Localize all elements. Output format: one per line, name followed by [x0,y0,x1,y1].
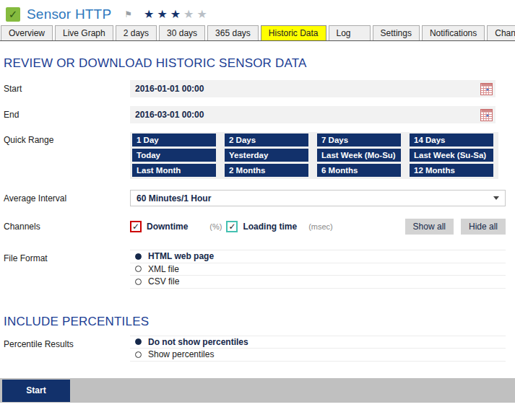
channels-label: Channels [4,218,130,235]
percentile-results-label: Percentile Results [4,336,130,362]
radio-unselected-icon [135,351,142,358]
sensor-header: ✓ Sensor HTTP ⚑ ★★★★★ [0,0,515,24]
end-label: End [4,106,130,123]
radio-selected-icon [135,253,142,260]
average-interval-label: Average Interval [4,190,130,206]
quick-range-last-week-mo-su-button[interactable]: Last Week (Mo-Su) [317,149,401,162]
downtime-channel-unit: (%) [209,222,222,231]
tab-live-graph[interactable]: Live Graph [55,25,113,40]
percentile-option-label: Show percentiles [148,349,214,359]
file-format-option-csv[interactable]: CSV file [130,276,506,289]
downtime-checkbox[interactable]: ✓ [130,221,142,232]
quick-range-last-week-su-sa-button[interactable]: Last Week (Su-Sa) [410,149,493,162]
tab-log[interactable]: Log [329,25,371,40]
percentile-option-label: Do not show percentiles [148,337,248,347]
radio-selected-icon [135,338,142,345]
end-date-row: End 2016-03-01 00:00 [4,106,506,123]
average-interval-row: Average Interval 60 Minutes/1 Hour [4,190,506,206]
star-icon[interactable]: ★ [157,8,170,20]
quick-range-7-days-button[interactable]: 7 Days [317,134,401,146]
hide-all-button[interactable]: Hide all [461,219,506,235]
tab-overview[interactable]: Overview [1,25,53,40]
quick-range-label: Quick Range [4,132,130,179]
calendar-icon[interactable] [480,109,493,121]
tab-bar: Overview Live Graph 2 days 30 days 365 d… [0,24,515,41]
quick-range-14-days-button[interactable]: 14 Days [410,134,493,146]
average-interval-value: 60 Minutes/1 Hour [137,193,493,204]
section-title-historic: REVIEW OR DOWNLOAD HISTORIC SENSOR DATA [4,56,506,71]
quick-range-today-button[interactable]: Today [132,149,216,162]
sensor-status-ok-icon: ✓ [6,7,20,22]
bottom-action-bar: Start [0,378,515,403]
quick-range-last-month-button[interactable]: Last Month [132,164,216,177]
tab-settings[interactable]: Settings [373,25,420,40]
percentile-results-row: Percentile Results Do not show percentil… [4,336,506,362]
tab-365-days[interactable]: 365 days [207,25,259,40]
quick-range-6-months-button[interactable]: 6 Months [317,164,401,177]
quick-range-yesterday-button[interactable]: Yesterday [225,149,308,162]
star-icon[interactable]: ★ [196,8,209,20]
start-date-value: 2016-01-01 00:00 [135,84,480,94]
chevron-down-icon [493,196,499,200]
start-label: Start [4,80,130,97]
loading-time-channel-unit: (msec) [308,222,333,231]
loading-time-checkbox[interactable]: ✓ [226,221,238,232]
section-title-percentiles: INCLUDE PERCENTILES [4,315,506,329]
tab-historic-data[interactable]: Historic Data [261,25,326,40]
file-format-option-label: CSV file [148,276,179,286]
end-date-input[interactable]: 2016-03-01 00:00 [130,106,495,123]
loading-time-channel-label: Loading time [243,222,297,232]
quick-range-12-months-button[interactable]: 12 Months [410,164,493,177]
downtime-channel-label: Downtime [147,222,188,232]
start-date-input[interactable]: 2016-01-01 00:00 [130,80,495,97]
tab-2-days[interactable]: 2 days [116,25,157,40]
show-all-button[interactable]: Show all [405,219,454,235]
tab-channels[interactable]: Channels [487,25,515,40]
priority-stars: ★★★★★ [144,7,210,21]
quick-range-2-months-button[interactable]: 2 Months [225,164,308,177]
priority-flag-icon[interactable]: ⚑ [124,9,132,19]
tab-30-days[interactable]: 30 days [159,25,205,40]
quick-range-1-day-button[interactable]: 1 Day [132,134,216,146]
file-format-option-label: HTML web page [148,251,214,261]
page-title: Sensor HTTP [27,6,111,22]
star-icon[interactable]: ★ [170,8,183,20]
channels-row: Channels ✓ Downtime (%) ✓ Loading time (… [4,218,506,235]
radio-unselected-icon [135,266,142,272]
file-format-option-label: XML file [148,264,179,274]
percentile-options: Do not show percentiles Show percentiles [130,336,506,362]
star-icon[interactable]: ★ [183,8,196,20]
file-format-options: HTML web page XML file CSV file [130,250,506,289]
quick-range-row: Quick Range 1 Day 2 Days 7 Days 14 Days … [4,132,506,179]
file-format-option-html[interactable]: HTML web page [130,250,506,263]
file-format-option-xml[interactable]: XML file [130,263,506,276]
percentile-option-show[interactable]: Show percentiles [130,349,506,362]
quick-range-buttons: 1 Day 2 Days 7 Days 14 Days Today Yester… [130,132,498,179]
calendar-icon[interactable] [480,83,493,95]
star-icon[interactable]: ★ [144,8,157,20]
tab-notifications[interactable]: Notifications [422,25,485,40]
file-format-row: File Format HTML web page XML file CSV f… [4,250,506,289]
end-date-value: 2016-03-01 00:00 [135,110,480,120]
percentile-option-do-not-show[interactable]: Do not show percentiles [130,336,506,349]
historic-data-form: REVIEW OR DOWNLOAD HISTORIC SENSOR DATA … [0,56,515,362]
start-date-row: Start 2016-01-01 00:00 [4,80,506,97]
radio-unselected-icon [135,279,142,285]
average-interval-select[interactable]: 60 Minutes/1 Hour [130,190,506,206]
quick-range-2-days-button[interactable]: 2 Days [225,134,308,146]
start-report-button[interactable]: Start [2,380,70,402]
file-format-label: File Format [4,250,130,289]
